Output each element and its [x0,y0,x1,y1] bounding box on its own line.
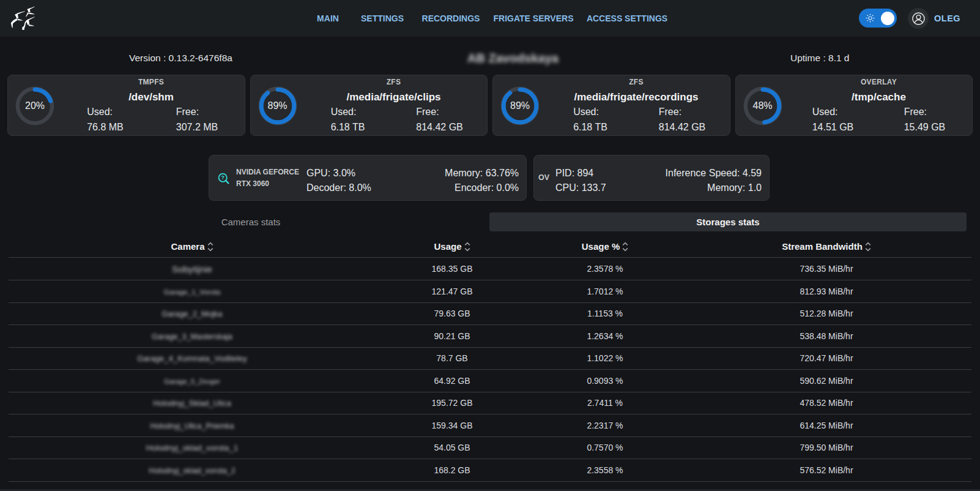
svg-text:?: ? [221,174,225,181]
